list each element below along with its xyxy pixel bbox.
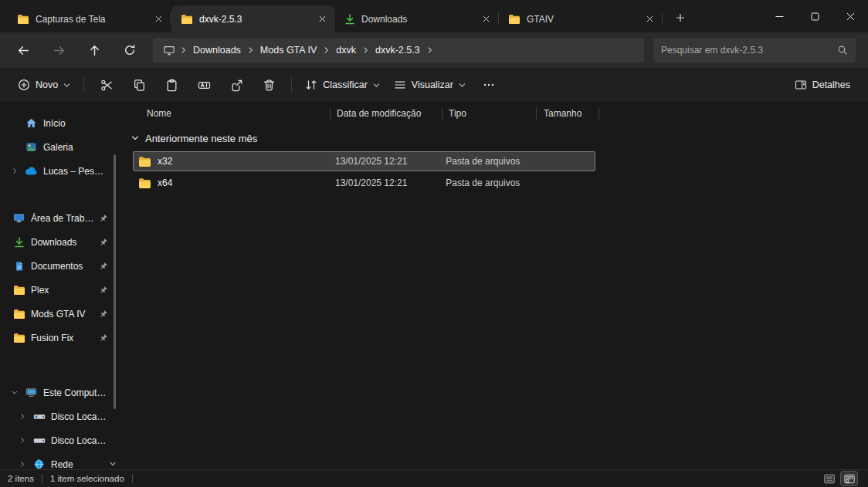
chevron-down-icon[interactable] (131, 134, 139, 142)
chevron-right-icon[interactable] (17, 461, 27, 468)
folder-icon (12, 331, 25, 344)
status-separator (42, 474, 42, 483)
group-header-label: Anteriormente neste mês (145, 133, 257, 144)
column-header-nome[interactable]: Nome (124, 107, 331, 120)
sidebar-scrollbar[interactable] (114, 154, 116, 409)
sidebar-item-rede[interactable]: Rede (2, 452, 116, 469)
group-header[interactable]: Anteriormente neste mês (124, 127, 868, 150)
new-button[interactable]: Novo (11, 72, 77, 98)
up-button[interactable] (79, 38, 110, 63)
chevron-right-icon[interactable] (17, 413, 27, 420)
address-bar[interactable]: Downloads Mods GTA IV dxvk dxvk-2.5.3 (153, 38, 644, 63)
toolbar-separator (83, 76, 84, 93)
search-box (653, 38, 856, 63)
sidebar-item-inicio[interactable]: Início (2, 111, 116, 135)
forward-button[interactable] (43, 38, 74, 63)
large-icons-view-button[interactable] (841, 472, 857, 485)
sidebar-item-documentos[interactable]: Documentos (2, 254, 116, 278)
folder-icon (138, 156, 151, 167)
details-pane-button[interactable]: Detalhes (788, 72, 857, 98)
sidebar-item-disco-local-d[interactable]: Disco Local (D:) (2, 428, 116, 452)
sort-icon (305, 79, 317, 91)
tab-bar: Capturas de Tela dxvk-2.5.3 Downloads GT… (0, 0, 868, 32)
details-view-button[interactable] (821, 472, 837, 485)
file-modified-date: 13/01/2025 12:21 (329, 156, 439, 167)
new-button-label: Novo (36, 79, 58, 90)
breadcrumb-dxvk[interactable]: dxvk (331, 41, 361, 59)
copy-button[interactable] (123, 72, 155, 98)
back-button[interactable] (8, 38, 39, 63)
sidebar-item-downloads[interactable]: Downloads (2, 230, 116, 254)
tab-gtaiv[interactable]: GTAIV (499, 5, 663, 32)
pin-icon (100, 238, 108, 246)
chevron-right-icon[interactable] (9, 167, 19, 174)
tab-dxvk-253[interactable]: dxvk-2.5.3 (171, 5, 335, 32)
file-rows: x32 13/01/2025 12:21 Pasta de arquivos x… (133, 151, 595, 193)
tab-capturas-de-tela[interactable]: Capturas de Tela (8, 5, 171, 32)
file-row-x32[interactable]: x32 13/01/2025 12:21 Pasta de arquivos (133, 151, 595, 171)
close-tab-icon[interactable] (314, 11, 331, 28)
view-toggle-group (821, 472, 860, 485)
sidebar-gap (0, 183, 117, 206)
view-icon (394, 79, 406, 91)
sidebar-item-fusion-fix[interactable]: Fusion Fix (2, 326, 116, 350)
chevron-right-icon[interactable] (17, 437, 27, 444)
chevron-right-icon (361, 46, 370, 54)
download-icon (12, 235, 25, 249)
share-button[interactable] (220, 72, 253, 98)
home-icon (25, 117, 38, 130)
maximize-button[interactable] (797, 0, 832, 32)
chevron-right-icon (322, 46, 331, 54)
column-header-data-modificacao[interactable]: Data de modificação (331, 107, 442, 120)
window-caption-controls (761, 0, 868, 32)
close-window-button[interactable] (832, 0, 868, 32)
new-tab-button[interactable] (669, 6, 692, 29)
paste-icon (165, 79, 178, 92)
view-button[interactable]: Visualizar (387, 72, 473, 98)
cut-button[interactable] (90, 72, 123, 98)
sidebar-item-disco-local-c[interactable]: Disco Local (C:) (2, 404, 116, 428)
rename-button[interactable] (188, 72, 220, 98)
details-pane-label: Detalhes (812, 79, 850, 90)
refresh-button[interactable] (114, 38, 145, 63)
sidebar-item-mods-gta-iv[interactable]: Mods GTA IV (2, 302, 116, 326)
column-header-tipo[interactable]: Tipo (442, 107, 537, 120)
onedrive-cloud-icon (25, 164, 38, 178)
delete-button[interactable] (253, 72, 285, 98)
file-row-x64[interactable]: x64 13/01/2025 12:21 Pasta de arquivos (133, 173, 595, 193)
close-tab-icon[interactable] (477, 11, 494, 28)
search-input[interactable] (661, 45, 837, 56)
sidebar-gap (0, 350, 117, 380)
close-tab-icon[interactable] (641, 11, 658, 28)
sidebar-item-onedrive-lucas[interactable]: Lucas – Pessoal (2, 159, 116, 183)
sidebar-item-este-computador[interactable]: Este Computador (2, 380, 116, 404)
tab-downloads[interactable]: Downloads (335, 5, 499, 32)
minimize-button[interactable] (761, 0, 797, 32)
folder-icon (181, 14, 193, 25)
sidebar-item-galeria[interactable]: Galeria (2, 135, 116, 159)
details-pane-icon (795, 79, 807, 91)
column-header-tamanho[interactable]: Tamanho (537, 107, 599, 120)
scissors-icon (100, 79, 114, 92)
breadcrumb-mods-gta-iv[interactable]: Mods GTA IV (255, 41, 322, 59)
this-pc-icon[interactable] (159, 45, 179, 56)
chevron-down-icon[interactable] (9, 389, 19, 396)
file-name: x32 (158, 156, 172, 167)
paste-button[interactable] (155, 72, 188, 98)
drive-windows-icon (32, 410, 46, 423)
chevron-right-icon (246, 46, 255, 54)
file-modified-date: 13/01/2025 12:21 (329, 178, 439, 188)
file-name: x64 (158, 178, 172, 188)
sidebar-item-area-de-trabalho[interactable]: Área de Trabalho (2, 206, 116, 230)
sidebar-item-plex[interactable]: Plex (2, 278, 116, 302)
trash-icon (263, 79, 276, 92)
search-icon[interactable] (837, 45, 848, 56)
close-tab-icon[interactable] (150, 11, 167, 28)
breadcrumb-downloads[interactable]: Downloads (188, 41, 246, 59)
folder-icon (508, 14, 520, 25)
sort-button[interactable]: Classificar (298, 72, 387, 98)
more-options-button[interactable] (473, 72, 505, 98)
breadcrumb-dxvk-253[interactable]: dxvk-2.5.3 (370, 41, 426, 59)
sidebar-scroll-down-icon[interactable] (109, 460, 117, 468)
computer-icon (25, 386, 38, 399)
